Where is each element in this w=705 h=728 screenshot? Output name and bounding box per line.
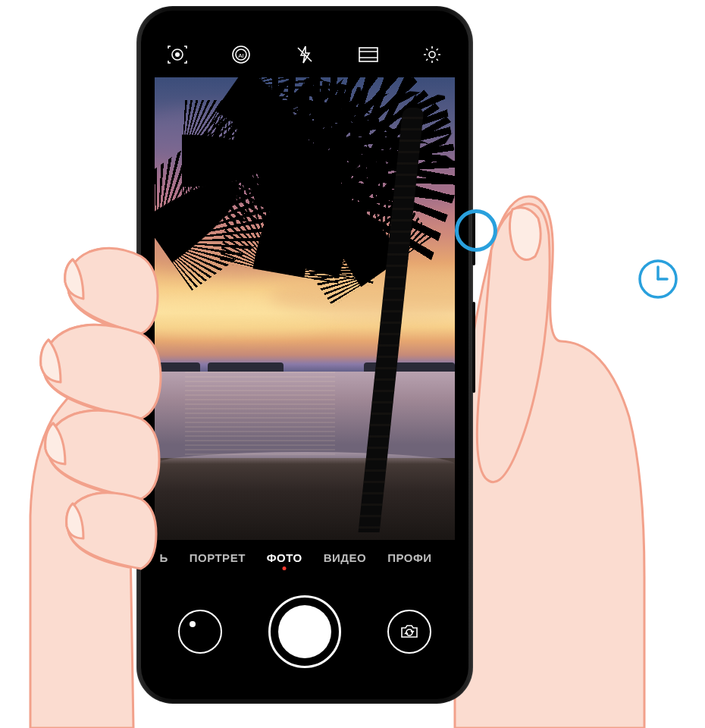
settings-gear-icon[interactable] xyxy=(417,39,447,70)
camera-controls-row xyxy=(155,575,455,678)
aspect-ratio-icon[interactable] xyxy=(353,39,384,70)
viewfinder-sea xyxy=(155,372,455,463)
svg-text:AI: AI xyxy=(238,52,244,59)
viewfinder-beach xyxy=(155,458,455,540)
mode-item-portrait[interactable]: ПОРТРЕТ xyxy=(190,551,246,564)
phone-volume-button[interactable] xyxy=(472,302,475,393)
camera-app-screen: AI xyxy=(155,32,455,678)
phone-bezel: AI xyxy=(141,11,468,699)
mode-item-video[interactable]: ВИДЕО xyxy=(324,551,366,564)
svg-rect-6 xyxy=(359,48,378,61)
lens-mode-icon[interactable] xyxy=(162,39,193,70)
svg-point-1 xyxy=(175,52,180,57)
phone-frame: AI xyxy=(136,6,473,704)
mode-item-partial[interactable]: Ь xyxy=(159,551,168,564)
mode-item-photo[interactable]: ФОТО xyxy=(267,551,302,564)
mode-item-pro[interactable]: ПРОФИ xyxy=(387,551,431,564)
camera-viewfinder[interactable] xyxy=(155,77,455,540)
illustration-stage: AI xyxy=(0,0,705,728)
camera-modes-row[interactable]: Ь ПОРТРЕТ ФОТО ВИДЕО ПРОФИ xyxy=(155,540,455,575)
switch-camera-button[interactable] xyxy=(387,610,431,654)
camera-top-toolbar: AI xyxy=(155,32,455,77)
palm-coconuts xyxy=(361,152,388,173)
svg-point-9 xyxy=(429,52,435,58)
ai-mode-icon[interactable]: AI xyxy=(226,39,256,70)
shutter-button[interactable] xyxy=(268,595,341,668)
gallery-thumbnail[interactable] xyxy=(178,610,222,654)
long-press-timer-icon xyxy=(637,258,679,300)
shutter-inner xyxy=(278,605,331,658)
flash-off-icon[interactable] xyxy=(290,39,320,70)
power-button-press-indicator xyxy=(455,209,497,252)
